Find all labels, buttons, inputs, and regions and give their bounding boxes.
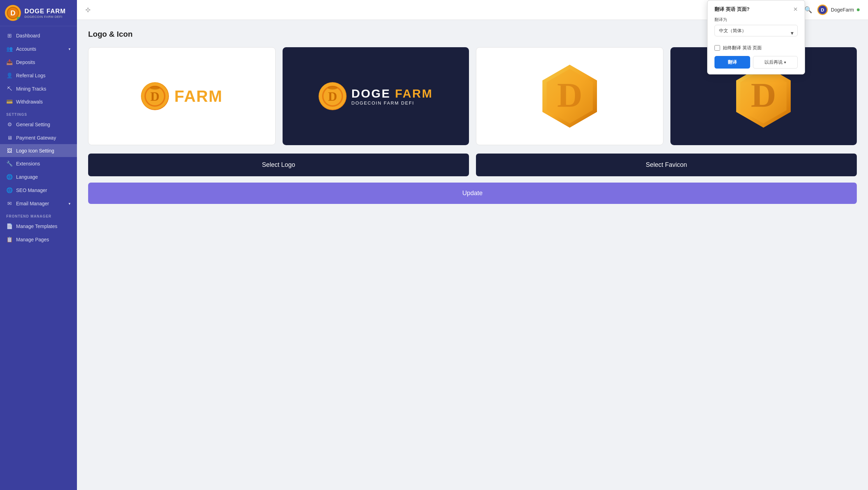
online-indicator	[17, 17, 20, 20]
sidebar: D DOGE FARM DOGECOIN FARM DEFI ⊞ Dashboa…	[0, 0, 77, 490]
select-logo-button[interactable]: Select Logo	[88, 154, 469, 176]
translate-later-button[interactable]: 以后再说 ▾	[753, 56, 798, 69]
logo-card-light-text-content: D FARM	[134, 75, 230, 117]
email-icon: ✉	[6, 200, 13, 207]
update-button[interactable]: Update	[88, 183, 857, 204]
logo-avatar: D	[5, 5, 21, 21]
dropdown-arrow-icon: ▾	[784, 60, 786, 65]
app-title: DOGE FARM	[24, 8, 66, 15]
referral-icon: 👤	[6, 72, 13, 79]
sidebar-item-dashboard[interactable]: ⊞ Dashboard	[0, 29, 77, 42]
logo-card-dark-full[interactable]: D DOGE FARM DOGECOIN FARM DEFI	[283, 47, 469, 145]
sidebar-item-label: Language	[16, 174, 38, 180]
app-title-doge: DOGE FARM	[24, 8, 66, 15]
always-translate-checkbox[interactable]	[714, 45, 720, 51]
topbar-left: ⊹	[85, 6, 91, 14]
doge-coin-svg-light: D	[141, 82, 169, 110]
logo-card-light-text[interactable]: D FARM	[88, 47, 276, 145]
sidebar-item-manage-pages[interactable]: 📋 Manage Pages	[0, 233, 77, 246]
sidebar-item-manage-templates[interactable]: 📄 Manage Templates	[0, 220, 77, 233]
sidebar-item-extensions[interactable]: 🔧 Extensions	[0, 157, 77, 170]
popup-language-select[interactable]: 中文（简体）	[714, 25, 798, 36]
sidebar-item-label: Deposits	[16, 59, 35, 65]
seo-icon: 🌐	[6, 187, 13, 193]
doge-coin-circle-light: D	[141, 82, 169, 110]
app-subtitle: DOGECOIN FARM DEFI	[24, 15, 66, 19]
sidebar-item-seo-manager[interactable]: 🌐 SEO Manager	[0, 184, 77, 197]
select-favicon-button[interactable]: Select Favicon	[476, 154, 857, 176]
user-status-dot	[857, 8, 860, 11]
search-icon[interactable]: 🔍	[804, 6, 812, 14]
page-content: Logo & Icon D	[77, 20, 868, 490]
sidebar-item-logo-icon-setting[interactable]: 🖼 Logo Icon Setting	[0, 144, 77, 157]
svg-point-11	[150, 86, 160, 90]
chevron-down-icon-email: ▾	[69, 201, 71, 206]
farm-text-light: FARM	[175, 87, 223, 106]
language-icon: 🌐	[6, 174, 13, 180]
payment-icon: 🖥	[6, 135, 13, 141]
withdrawals-icon: 💳	[6, 99, 13, 105]
popup-translate-label: 翻译为	[714, 17, 798, 23]
sidebar-item-deposits[interactable]: 📥 Deposits	[0, 56, 77, 69]
frontend-section-label: FRONTEND MANAGER	[0, 210, 77, 220]
popup-buttons-row: 翻译 以后再说 ▾	[714, 56, 798, 69]
app-title-block: DOGE FARM DOGECOIN FARM DEFI	[24, 8, 66, 19]
sidebar-item-label: Extensions	[16, 161, 40, 166]
coin-card-light-content: D	[528, 54, 612, 138]
popup-always-translate-row: 始终翻译 英语 页面	[714, 45, 798, 51]
sidebar-item-payment-gateway[interactable]: 🖥 Payment Gateway	[0, 131, 77, 144]
svg-text:D: D	[150, 90, 159, 104]
svg-text:D: D	[821, 7, 824, 13]
topbar-right: 🔍 D DogeFarm	[804, 4, 860, 15]
username: DogeFarm	[831, 7, 854, 13]
sidebar-item-label: General Setting	[16, 122, 50, 127]
sidebar-item-email-manager[interactable]: ✉ Email Manager ▾	[0, 197, 77, 210]
logo-card-light-coin[interactable]: D	[476, 47, 663, 145]
popup-language-select-wrapper: 中文（简体）	[714, 25, 798, 41]
user-avatar-icon: D	[817, 4, 828, 15]
settings-section-label: SETTINGS	[0, 108, 77, 118]
doge-farm-title: DOGE FARM	[351, 87, 433, 100]
templates-icon: 📄	[6, 223, 13, 229]
sidebar-item-label: Accounts	[16, 46, 36, 52]
popup-title-row: 翻译 英语 页面? ✕	[714, 6, 798, 13]
sidebar-item-accounts[interactable]: 👥 Accounts ▾	[0, 42, 77, 56]
accounts-icon: 👥	[6, 46, 13, 52]
sidebar-item-referral-logs[interactable]: 👤 Referral Logs	[0, 69, 77, 82]
translate-button[interactable]: 翻译	[714, 56, 750, 69]
sidebar-item-label: Dashboard	[16, 33, 40, 38]
sidebar-item-label: Email Manager	[16, 201, 49, 206]
button-row: Select Logo Select Favicon	[88, 154, 857, 176]
popup-close-button[interactable]: ✕	[793, 6, 798, 13]
sidebar-item-label: Mining Tracks	[16, 86, 46, 92]
sidebar-item-mining-tracks[interactable]: ⛏ Mining Tracks	[0, 82, 77, 95]
svg-text:D: D	[557, 76, 582, 114]
sidebar-item-label: Manage Templates	[16, 223, 57, 229]
sidebar-item-withdrawals[interactable]: 💳 Withdrawals	[0, 95, 77, 108]
always-translate-label: 始终翻译 英语 页面	[723, 45, 762, 51]
doge-text-dark: DOGE FARM DOGECOIN FARM DEFI	[351, 87, 433, 106]
extensions-icon: 🔧	[6, 161, 13, 167]
pages-icon: 📋	[6, 236, 13, 243]
coin-hexagon-light: D	[535, 61, 605, 131]
doge-coin-circle-dark: D	[319, 82, 347, 110]
sidebar-logo: D DOGE FARM DOGECOIN FARM DEFI	[0, 0, 77, 26]
sidebar-item-label: Withdrawals	[16, 99, 43, 105]
sidebar-item-label: Logo Icon Setting	[16, 148, 54, 154]
logo-card-dark-full-content: D DOGE FARM DOGECOIN FARM DEFI	[312, 75, 440, 117]
svg-text:D: D	[328, 90, 337, 104]
svg-point-16	[328, 86, 337, 90]
sidebar-item-language[interactable]: 🌐 Language	[0, 170, 77, 184]
deposits-icon: 📥	[6, 59, 13, 65]
sidebar-item-label: Payment Gateway	[16, 135, 56, 141]
mining-icon: ⛏	[6, 86, 13, 92]
sidebar-item-label: Referral Logs	[16, 73, 45, 78]
svg-text:D: D	[751, 76, 776, 114]
compress-icon[interactable]: ⊹	[85, 6, 91, 14]
popup-title-text: 翻译 英语 页面?	[714, 6, 749, 13]
sidebar-item-label: Manage Pages	[16, 237, 49, 242]
user-info[interactable]: D DogeFarm	[817, 4, 860, 15]
dashboard-icon: ⊞	[6, 33, 13, 39]
sidebar-item-general-setting[interactable]: ⚙ General Setting	[0, 118, 77, 131]
translate-popup: 翻译 英语 页面? ✕ 翻译为 中文（简体） 始终翻译 英语 页面 翻译 以后再…	[707, 0, 805, 74]
